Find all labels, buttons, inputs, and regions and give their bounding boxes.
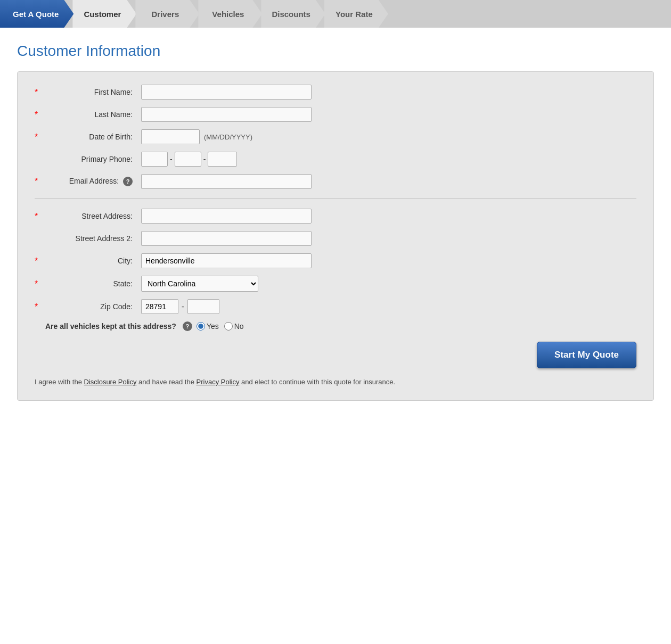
zip-row: * Zip Code: -: [35, 299, 636, 314]
street-address2-input[interactable]: [141, 231, 312, 246]
state-select[interactable]: Alabama Alaska Arizona Arkansas Californ…: [141, 276, 258, 292]
zip-label: * Zip Code:: [35, 302, 141, 311]
vehicles-radio-group: Yes No: [197, 322, 244, 331]
phone-sep-2: -: [203, 155, 206, 163]
required-star-city: *: [35, 257, 38, 266]
email-label: * Email Address: ?: [35, 177, 141, 186]
street-address-input[interactable]: [141, 209, 312, 224]
city-row: * City:: [35, 253, 636, 268]
vehicles-question: Are all vehicles kept at this address?: [45, 322, 176, 331]
nav-label-drivers: Drivers: [152, 10, 179, 19]
section-divider: [35, 199, 636, 199]
required-star-last-name: *: [35, 110, 38, 120]
yes-radio-label[interactable]: Yes: [197, 322, 219, 331]
zip-main-input[interactable]: [141, 299, 178, 314]
required-star-state: *: [35, 279, 38, 289]
required-star-dob: *: [35, 133, 38, 142]
email-input[interactable]: [141, 174, 312, 189]
disclosure-policy-link[interactable]: Disclosure Policy: [84, 378, 137, 386]
nav-label-customer: Customer: [84, 10, 121, 19]
first-name-input[interactable]: [141, 85, 312, 100]
email-row: * Email Address: ?: [35, 174, 636, 189]
phone-row: Primary Phone: - -: [35, 152, 636, 167]
nav-label-get-a-quote: Get A Quote: [13, 10, 59, 19]
zip-sep: -: [182, 302, 184, 311]
no-radio-label[interactable]: No: [224, 322, 244, 331]
phone-prefix-input[interactable]: [175, 152, 201, 167]
button-row: Start My Quote: [35, 342, 636, 368]
state-label: * State:: [35, 279, 141, 288]
first-name-row: * First Name:: [35, 85, 636, 100]
phone-group: - -: [141, 152, 237, 167]
legal-text-middle: and have read the: [136, 378, 196, 386]
no-label: No: [234, 322, 244, 331]
nav-label-your-rate: Your Rate: [336, 10, 373, 19]
last-name-row: * Last Name:: [35, 107, 636, 122]
nav-item-discounts[interactable]: Discounts: [261, 0, 325, 28]
dob-label: * Date of Birth:: [35, 133, 141, 141]
yes-radio[interactable]: [197, 322, 205, 331]
page-content: Customer Information * First Name: * Las…: [0, 28, 671, 411]
nav-item-customer[interactable]: Customer: [72, 0, 136, 28]
zip-group: -: [141, 299, 219, 314]
phone-area-input[interactable]: [141, 152, 168, 167]
street-address2-row: Street Address 2:: [35, 231, 636, 246]
required-star-street: *: [35, 212, 38, 221]
required-star-email: *: [35, 177, 38, 186]
dob-row: * Date of Birth: (MM/DD/YYYY): [35, 129, 636, 144]
legal-text-after: and elect to continue with this quote fo…: [239, 378, 395, 386]
page-title: Customer Information: [17, 43, 654, 60]
first-name-label: * First Name:: [35, 88, 141, 96]
yes-label: Yes: [207, 322, 219, 331]
nav-bar: Get A Quote Customer Drivers Vehicles Di…: [0, 0, 671, 28]
street-address-label: * Street Address:: [35, 212, 141, 220]
dob-hint: (MM/DD/YYYY): [204, 133, 252, 141]
no-radio[interactable]: [224, 322, 233, 331]
form-container: * First Name: * Last Name: * Date of Bir…: [17, 71, 654, 401]
privacy-policy-link[interactable]: Privacy Policy: [197, 378, 240, 386]
required-star-first-name: *: [35, 88, 38, 97]
city-input[interactable]: [141, 253, 312, 268]
email-help-icon[interactable]: ?: [123, 177, 133, 186]
nav-label-vehicles: Vehicles: [212, 10, 244, 19]
phone-sep-1: -: [170, 155, 173, 163]
nav-label-discounts: Discounts: [272, 10, 310, 19]
phone-label: Primary Phone:: [35, 155, 141, 163]
start-quote-button[interactable]: Start My Quote: [537, 342, 636, 368]
city-label: * City:: [35, 257, 141, 265]
legal-text-before: I agree with the: [35, 378, 84, 386]
zip-plus4-input[interactable]: [187, 299, 219, 314]
phone-line-input[interactable]: [208, 152, 237, 167]
legal-text: I agree with the Disclosure Policy and h…: [35, 377, 636, 387]
dob-input[interactable]: [141, 129, 200, 144]
vehicles-help-icon[interactable]: ?: [183, 321, 192, 331]
state-row: * State: Alabama Alaska Arizona Arkansas…: [35, 276, 636, 292]
required-star-zip: *: [35, 302, 38, 312]
street-address-row: * Street Address:: [35, 209, 636, 224]
nav-item-drivers[interactable]: Drivers: [135, 0, 199, 28]
last-name-input[interactable]: [141, 107, 312, 122]
nav-item-vehicles[interactable]: Vehicles: [198, 0, 262, 28]
last-name-label: * Last Name:: [35, 110, 141, 119]
street-address2-label: Street Address 2:: [35, 234, 141, 243]
nav-item-get-a-quote[interactable]: Get A Quote: [0, 0, 73, 28]
vehicles-row: Are all vehicles kept at this address? ?…: [35, 321, 636, 331]
nav-item-your-rate[interactable]: Your Rate: [324, 0, 388, 28]
